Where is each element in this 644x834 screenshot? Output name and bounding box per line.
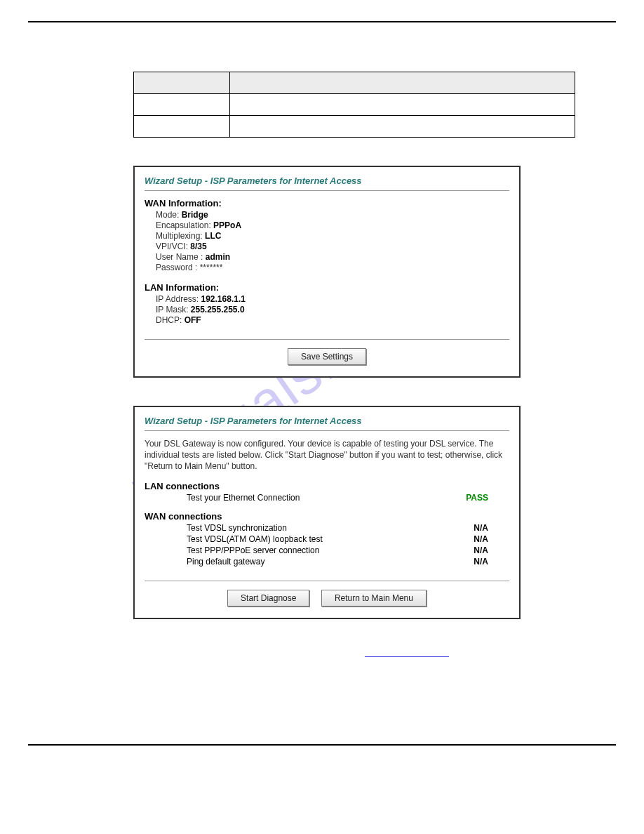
wan-test-row: Test VDSL synchronization N/A bbox=[187, 523, 509, 533]
wan-test-row: Test PPP/PPPoE server connection N/A bbox=[187, 545, 509, 555]
lan-ip: IP Address: 192.168.1.1 bbox=[156, 294, 509, 304]
doc-outline-table bbox=[133, 72, 575, 138]
test-result-na: N/A bbox=[474, 534, 488, 544]
wan-username: User Name : admin bbox=[156, 252, 509, 262]
test-name: Test VDSL(ATM OAM) loopback test bbox=[187, 534, 323, 544]
table-cell bbox=[134, 94, 230, 116]
wan-mode: Mode: Bridge bbox=[156, 210, 509, 220]
table-cell bbox=[230, 116, 575, 138]
wan-test-row: Ping default gateway N/A bbox=[187, 557, 509, 567]
page-body: manualshive.com Wizard Setup - ISP Param… bbox=[0, 22, 644, 702]
wan-password: Password : ******* bbox=[156, 263, 509, 272]
wan-test-row: Test VDSL(ATM OAM) loopback test N/A bbox=[187, 534, 509, 544]
panel-separator bbox=[145, 339, 509, 340]
test-name: Test VDSL synchronization bbox=[187, 523, 287, 533]
panel-separator bbox=[145, 190, 509, 191]
wan-info-heading: WAN Information: bbox=[145, 198, 509, 208]
table-cell bbox=[230, 94, 575, 116]
test-name: Ping default gateway bbox=[187, 557, 264, 567]
table-cell bbox=[134, 116, 230, 138]
wizard-panel-diagnose: Wizard Setup - ISP Parameters for Intern… bbox=[133, 406, 521, 619]
wan-encapsulation: Encapsulation: PPPoA bbox=[156, 220, 509, 230]
lan-dhcp: DHCP: OFF bbox=[156, 315, 509, 325]
save-settings-button[interactable]: Save Settings bbox=[288, 348, 366, 365]
start-diagnose-button[interactable]: Start Diagnose bbox=[227, 590, 309, 607]
panel-title: Wizard Setup - ISP Parameters for Intern… bbox=[145, 416, 509, 426]
wan-multiplexing: Multiplexing: LLC bbox=[156, 231, 509, 241]
test-result-pass: PASS bbox=[466, 493, 488, 503]
table-header-2 bbox=[230, 72, 575, 94]
wan-vpi-vci: VPI/VCI: 8/35 bbox=[156, 241, 509, 251]
link-underline bbox=[365, 654, 449, 657]
test-result-na: N/A bbox=[474, 557, 488, 567]
wizard-panel-summary: Wizard Setup - ISP Parameters for Intern… bbox=[133, 166, 521, 378]
bottom-rule bbox=[28, 744, 616, 746]
test-result-na: N/A bbox=[474, 523, 488, 533]
test-name: Test your Ethernet Connection bbox=[187, 493, 300, 503]
lan-info-heading: LAN Information: bbox=[145, 282, 509, 293]
lan-mask: IP Mask: 255.255.255.0 bbox=[156, 305, 509, 315]
lan-connections-heading: LAN connections bbox=[145, 481, 509, 491]
panel-separator bbox=[145, 430, 509, 431]
return-main-menu-button[interactable]: Return to Main Menu bbox=[321, 590, 427, 607]
test-name: Test PPP/PPPoE server connection bbox=[187, 545, 319, 555]
table-header-1 bbox=[134, 72, 230, 94]
panel-separator bbox=[145, 581, 509, 581]
test-result-na: N/A bbox=[474, 545, 488, 555]
diagnose-note: Your DSL Gateway is now configured. Your… bbox=[145, 438, 509, 472]
wan-connections-heading: WAN connections bbox=[145, 511, 509, 522]
lan-test-row: Test your Ethernet Connection PASS bbox=[187, 493, 509, 503]
panel-title: Wizard Setup - ISP Parameters for Intern… bbox=[145, 176, 509, 186]
